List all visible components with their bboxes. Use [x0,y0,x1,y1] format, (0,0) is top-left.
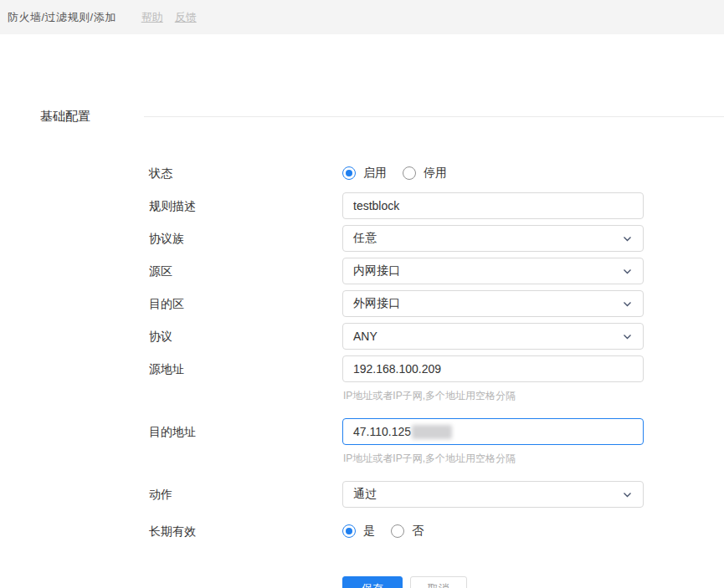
radio-unselected-icon [403,166,416,180]
dest-address-label: 目的地址 [149,418,342,445]
form-row-dest-address: 目的地址 47.110.125 IP地址或者IP子网,多个地址用空格分隔 [149,418,724,475]
feedback-link[interactable]: 反馈 [175,10,197,25]
status-option-enable-label: 启用 [363,166,387,181]
save-button[interactable]: 保存 [342,576,403,588]
form-row-protocol-family: 协议族 任意 [149,225,724,252]
chevron-down-icon [622,489,633,500]
description-input[interactable] [342,192,644,219]
breadcrumb: 防火墙/过滤规则/添加 [8,10,116,25]
permanent-option-no-label: 否 [412,524,424,539]
radio-selected-icon [342,524,356,538]
content: 基础配置 状态 启用 停用 规则描述 协议族 [0,109,724,588]
source-zone-select[interactable]: 内网接口 [342,258,644,284]
form-actions: 保存 取消 [342,576,724,588]
chevron-down-icon [622,266,633,277]
redacted-blur [412,425,452,439]
form-row-status: 状态 启用 停用 [149,160,724,187]
form-row-source-address: 源地址 IP地址或者IP子网,多个地址用空格分隔 [149,355,724,412]
form-row-dest-zone: 目的区 外网接口 [149,290,724,317]
top-bar: 防火墙/过滤规则/添加 帮助 反馈 [0,0,724,34]
form-row-description: 规则描述 [149,192,724,219]
cancel-button[interactable]: 取消 [410,576,467,588]
help-link[interactable]: 帮助 [141,10,163,25]
permanent-label: 长期有效 [149,518,342,545]
permanent-option-yes-label: 是 [363,524,375,539]
source-address-input[interactable] [342,355,644,382]
section-header: 基础配置 [40,109,724,125]
radio-unselected-icon [391,524,404,538]
protocol-family-label: 协议族 [149,225,342,252]
protocol-label: 协议 [149,323,342,350]
source-zone-value: 内网接口 [353,263,400,279]
section-title: 基础配置 [40,109,90,125]
status-label: 状态 [149,160,342,187]
action-value: 通过 [353,487,377,502]
status-option-disable[interactable]: 停用 [403,166,447,181]
dest-zone-label: 目的区 [149,290,342,317]
rule-form: 状态 启用 停用 规则描述 协议族 任意 [149,160,724,588]
permanent-option-yes[interactable]: 是 [342,524,375,539]
protocol-value: ANY [353,330,377,343]
action-label: 动作 [149,481,342,508]
permanent-radio-group: 是 否 [342,518,439,545]
permanent-option-no[interactable]: 否 [391,524,424,539]
chevron-down-icon [622,299,633,309]
section-divider [144,116,724,117]
protocol-family-value: 任意 [353,231,377,246]
dest-address-value: 47.110.125 [353,425,411,438]
dest-zone-select[interactable]: 外网接口 [342,290,644,317]
status-option-enable[interactable]: 启用 [342,166,387,181]
radio-selected-icon [342,166,356,180]
protocol-family-select[interactable]: 任意 [342,225,644,252]
source-address-hint: IP地址或者IP子网,多个地址用空格分隔 [343,389,644,403]
protocol-select[interactable]: ANY [342,323,644,350]
form-row-source-zone: 源区 内网接口 [149,258,724,284]
form-row-protocol: 协议 ANY [149,323,724,350]
status-option-disable-label: 停用 [424,166,447,181]
form-row-permanent: 长期有效 是 否 [149,518,724,545]
dest-address-input[interactable]: 47.110.125 [342,418,644,445]
source-address-label: 源地址 [149,355,342,382]
dest-zone-value: 外网接口 [353,296,400,311]
dest-address-hint: IP地址或者IP子网,多个地址用空格分隔 [343,452,644,466]
form-row-action: 动作 通过 [149,481,724,508]
action-select[interactable]: 通过 [342,481,644,508]
chevron-down-icon [622,233,633,244]
description-label: 规则描述 [149,192,342,219]
chevron-down-icon [622,331,633,342]
source-zone-label: 源区 [149,258,342,284]
status-radio-group: 启用 停用 [342,160,463,187]
